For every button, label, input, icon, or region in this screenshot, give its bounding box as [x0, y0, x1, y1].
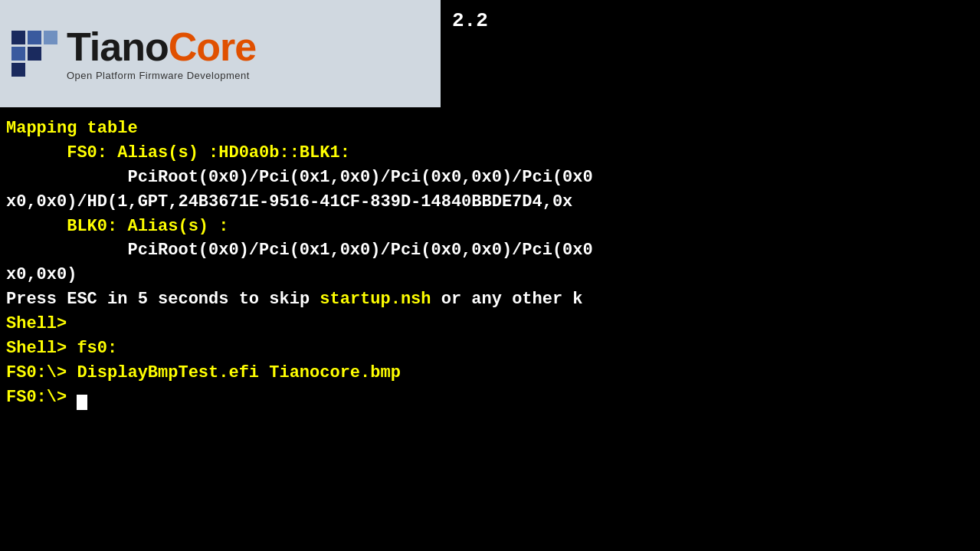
logo-cell [28, 47, 41, 61]
logo-text: TianoCore Open Platform Firmware Develop… [67, 27, 256, 81]
version-text: 2.2 [452, 9, 488, 32]
terminal-line-fs0: FS0: Alias(s) :HD0a0b::BLK1: [6, 141, 974, 166]
logo-cell [44, 31, 57, 44]
startup-nsh: startup.nsh [320, 290, 431, 309]
seconds-word: seconds [158, 290, 228, 309]
logo-cell [28, 31, 41, 44]
terminal-line-mapping: Mapping table [6, 116, 974, 141]
terminal-line-gptuuid: x0,0x0)/HD(1,GPT,24B3671E-9516-41CF-839D… [6, 190, 974, 215]
terminal-line-display-bmp: FS0:\> DisplayBmpTest.efi Tianocore.bmp [6, 361, 974, 385]
terminal-content: Mapping table FS0: Alias(s) :HD0a0b::BLK… [0, 113, 980, 551]
terminal-line-shell-fs0: Shell> fs0: [6, 336, 974, 361]
logo-tiano: Tiano [67, 25, 169, 69]
terminal-line-pciroot1: PciRoot(0x0)/Pci(0x1,0x0)/Pci(0x0,0x0)/P… [6, 166, 974, 190]
logo-tagline: Open Platform Firmware Development [67, 70, 256, 81]
logo-grid-icon [11, 31, 57, 77]
logo-cell [44, 47, 57, 61]
logo-cell [11, 63, 25, 77]
logo-cell [11, 31, 25, 44]
logo-cell [28, 63, 41, 77]
terminal-line-x0: x0,0x0) [6, 263, 974, 287]
terminal-line-pciroot2: PciRoot(0x0)/Pci(0x1,0x0)/Pci(0x0,0x0)/P… [6, 238, 974, 263]
terminal-cursor [77, 395, 87, 410]
logo-cell [11, 47, 25, 61]
terminal-line-blk0: BLK0: Alias(s) : [6, 215, 974, 239]
terminal-line-press-esc: Press ESC in 5 seconds to skip startup.n… [6, 287, 974, 312]
terminal-line-shell1: Shell> [6, 312, 974, 336]
logo-name: TianoCore [67, 27, 256, 67]
terminal-line-prompt: FS0:\> [6, 385, 974, 410]
tianocore-logo: TianoCore Open Platform Firmware Develop… [0, 0, 441, 107]
logo-core: Core [169, 25, 256, 69]
logo-cell [44, 63, 57, 77]
